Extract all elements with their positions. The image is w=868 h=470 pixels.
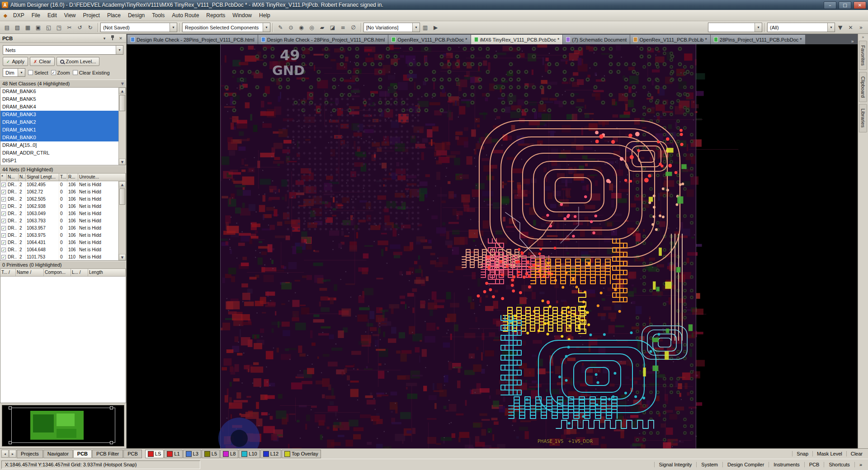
net-checkbox[interactable]: ✓ bbox=[1, 219, 6, 223]
chevron-down-icon[interactable]: ▾ bbox=[755, 23, 762, 32]
scroll-track[interactable] bbox=[119, 206, 126, 254]
pad-icon[interactable]: ◉ bbox=[296, 23, 307, 33]
scroll-down-icon[interactable]: ▼ bbox=[119, 159, 126, 165]
zoom-checkbox[interactable]: ✓ Zoom bbox=[51, 70, 70, 75]
net-class-item[interactable]: DRAM_BANK3 bbox=[0, 111, 118, 118]
reposition-combo[interactable]: Reposition Selected Components ▾ bbox=[182, 23, 270, 32]
net-row[interactable]: ✓ DR.. 2 1101.753 0 110 Net is Hidd bbox=[0, 254, 118, 260]
column-header[interactable]: * bbox=[0, 174, 7, 181]
menu-item[interactable]: Edit bbox=[44, 11, 61, 20]
menu-item[interactable]: Place bbox=[104, 11, 124, 20]
layer-tab[interactable]: L10 bbox=[239, 450, 259, 458]
saved-state-combo[interactable]: (Not Saved) ▾ bbox=[100, 23, 177, 32]
layer-tab[interactable]: L5 bbox=[202, 450, 220, 458]
column-header[interactable]: L... / bbox=[71, 269, 88, 276]
primitives-header[interactable]: 0 Primitives (0 Highlighted) bbox=[0, 261, 126, 269]
status-panel-button[interactable]: Signal Integrity bbox=[654, 462, 697, 467]
net-checkbox[interactable]: ✓ bbox=[1, 240, 6, 245]
net-row[interactable]: ✓ DR.. 2 1062.938 0 106 Net is Hidd bbox=[0, 203, 118, 210]
chevron-down-icon[interactable]: ▾ bbox=[170, 23, 177, 32]
chevron-down-icon[interactable]: ▾ bbox=[116, 46, 123, 54]
document-tab[interactable]: (7) Schematic Document bbox=[563, 35, 630, 44]
panel-tab[interactable]: Clipboard bbox=[859, 72, 867, 102]
panel-tab[interactable]: Libraries bbox=[859, 104, 867, 132]
undo-icon[interactable]: ↺ bbox=[75, 23, 85, 33]
panel-bottom-tab[interactable]: PCB Filter bbox=[92, 450, 123, 458]
panel-bottom-tab[interactable]: PCB bbox=[73, 450, 92, 458]
customize-icon[interactable]: » bbox=[856, 23, 866, 33]
edit-icon[interactable]: ✎ bbox=[275, 23, 286, 33]
net-row[interactable]: ✓ DR.. 2 1063.049 0 106 Net is Hidd bbox=[0, 210, 118, 217]
net-checkbox[interactable]: ✓ bbox=[1, 226, 6, 230]
net-class-item[interactable]: DRAM_A[15..0] bbox=[0, 141, 118, 149]
print-icon[interactable]: ▣ bbox=[33, 23, 43, 33]
align-icon[interactable]: ≡ bbox=[338, 23, 348, 33]
pcb-canvas[interactable] bbox=[127, 44, 858, 448]
cut-icon[interactable]: ✂ bbox=[64, 23, 75, 33]
room-icon[interactable]: ◪ bbox=[327, 23, 338, 33]
cross-probe-icon[interactable]: ⊙ bbox=[286, 23, 296, 33]
column-header[interactable]: N... bbox=[19, 174, 26, 181]
menu-item[interactable]: Auto Route bbox=[168, 11, 203, 20]
scroll-down-icon[interactable]: ▼ bbox=[119, 254, 126, 260]
zoom-area-icon[interactable]: ◳ bbox=[54, 23, 64, 33]
variant-settings-icon[interactable]: ▥ bbox=[420, 23, 430, 33]
scope-combo[interactable]: (All) ▾ bbox=[767, 23, 835, 32]
net-class-scrollbar[interactable]: ▲ ▼ bbox=[118, 88, 126, 165]
document-tab[interactable]: OpenRex_V111_PCB.PcbDoc * bbox=[388, 35, 470, 44]
document-tab[interactable]: iMX6 TinyRex_V111_PCB.PcbDoc * bbox=[471, 35, 563, 44]
apply-button[interactable]: ✓ Apply bbox=[3, 57, 28, 66]
chevron-down-icon[interactable]: ▾ bbox=[827, 23, 835, 32]
layer-tab[interactable]: LS bbox=[145, 450, 164, 458]
close-button[interactable]: ✕ bbox=[854, 1, 866, 9]
layer-tab[interactable]: L12 bbox=[260, 450, 281, 458]
menu-item[interactable]: Project bbox=[80, 11, 104, 20]
mask-action-button[interactable]: Mask Level bbox=[812, 451, 846, 456]
clear-existing-checkbox[interactable]: Clear Existing bbox=[73, 70, 110, 75]
nets-header[interactable]: 44 Nets (0 Highlighted) bbox=[0, 165, 126, 174]
via-icon[interactable]: ◎ bbox=[307, 23, 317, 33]
status-panel-button[interactable]: » bbox=[854, 462, 867, 467]
nets-table-header[interactable]: * N... N... Signal Lengt... T... R... Un… bbox=[0, 174, 126, 181]
net-class-item[interactable]: DRAM_BANK4 bbox=[0, 103, 118, 111]
menu-item[interactable]: Window bbox=[229, 11, 255, 20]
menu-item[interactable]: Reports bbox=[203, 11, 229, 20]
net-class-item[interactable]: DISP1 bbox=[0, 157, 118, 164]
status-panel-button[interactable]: Shortcuts bbox=[824, 462, 854, 467]
document-tab[interactable]: Design Rule Check - 28Pins_Project_V111_… bbox=[258, 35, 388, 44]
menu-item[interactable]: Tools bbox=[148, 11, 168, 20]
minimize-button[interactable]: – bbox=[824, 1, 836, 9]
column-header[interactable]: Unroute... bbox=[78, 174, 126, 181]
document-tab[interactable]: OpenRex_V111_PCB.PcbLib * bbox=[630, 35, 710, 44]
pin-icon[interactable] bbox=[109, 35, 116, 41]
menu-item[interactable]: DXP bbox=[9, 11, 28, 20]
tabs-prev-icon[interactable]: ◂ bbox=[1, 450, 9, 458]
net-checkbox[interactable]: ✓ bbox=[1, 248, 6, 252]
layer-tab[interactable]: L1 bbox=[164, 450, 182, 458]
column-header[interactable]: Compon... bbox=[44, 269, 71, 276]
open-icon[interactable]: ▧ bbox=[12, 23, 23, 33]
column-header[interactable]: N... bbox=[7, 174, 19, 181]
chevron-down-icon[interactable]: ▾ bbox=[412, 23, 420, 32]
filter-combo[interactable]: ▾ bbox=[708, 23, 762, 32]
variations-combo[interactable]: [No Variations] ▾ bbox=[363, 23, 420, 32]
panel-tab[interactable]: Favorites bbox=[859, 41, 867, 70]
net-checkbox[interactable]: ✓ bbox=[1, 255, 6, 259]
column-header[interactable]: R... bbox=[67, 174, 78, 181]
net-row[interactable]: ✓ DR.. 2 1064.431 0 106 Net is Hidd bbox=[0, 239, 118, 246]
maximize-button[interactable]: □ bbox=[839, 1, 851, 9]
net-row[interactable]: ✓ DR.. 2 1062.505 0 106 Net is Hidd bbox=[0, 196, 118, 203]
mask-action-button[interactable]: Snap bbox=[792, 451, 812, 456]
mask-action-button[interactable]: Clear bbox=[846, 451, 867, 456]
layer-tab[interactable]: Top Overlay bbox=[282, 450, 321, 458]
net-checkbox[interactable]: ✓ bbox=[1, 197, 6, 202]
net-row[interactable]: ✓ DR.. 2 1062.72 0 106 Net is Hidd bbox=[0, 188, 118, 196]
menu-item[interactable]: File bbox=[28, 11, 44, 20]
menu-item[interactable]: Help bbox=[255, 11, 274, 20]
net-checkbox[interactable]: ✓ bbox=[1, 204, 6, 209]
net-row[interactable]: ✓ DR.. 2 1063.793 0 106 Net is Hidd bbox=[0, 217, 118, 225]
panel-bottom-tab[interactable]: Navigator bbox=[43, 450, 73, 458]
scroll-thumb[interactable] bbox=[119, 188, 125, 205]
net-checkbox[interactable]: ✓ bbox=[1, 190, 6, 194]
scroll-up-icon[interactable]: ▲ bbox=[119, 181, 126, 188]
